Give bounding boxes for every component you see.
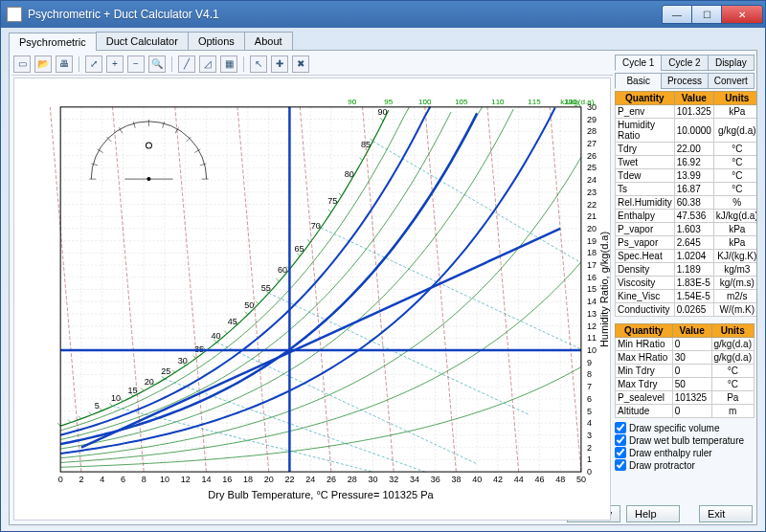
svg-text:65: 65 [294, 244, 304, 254]
main-tabs: PsychrometricDuct CalculatorOptionsAbout [9, 32, 757, 51]
table-row[interactable]: Enthalpy47.536kJ/kg(d.a) [616, 210, 758, 223]
tab-duct-calculator[interactable]: Duct Calculator [96, 32, 189, 50]
left-panel: ▭📂🖶⤢+−🔍╱◿▦↖✚✖ 02468101214161820222426283… [11, 53, 613, 522]
tab-options[interactable]: Options [188, 32, 245, 50]
table-row[interactable]: Spec.Heat1.0204KJ/(kg.K) [616, 250, 758, 263]
table-row[interactable]: Ts16.87°C [616, 183, 758, 196]
rtab-convert[interactable]: Convert [708, 73, 755, 89]
minimize-button[interactable]: — [662, 5, 692, 24]
check-draw-enthalpy-ruler[interactable]: Draw enthalpy ruler [615, 447, 755, 458]
svg-line-166 [360, 158, 363, 161]
table-row[interactable]: P_sealevel101325Pa [616, 391, 755, 405]
svg-text:40: 40 [472, 475, 482, 484]
chart-line-icon[interactable]: ╱ [178, 55, 195, 73]
check-draw-protractor[interactable]: Draw protractor [615, 459, 755, 471]
svg-text:44: 44 [514, 475, 524, 484]
rtab-process[interactable]: Process [661, 73, 708, 89]
help-button[interactable]: Help [626, 505, 680, 522]
check-draw-specific-volume[interactable]: Draw specific volume [615, 422, 755, 433]
table-row[interactable]: Tdry22.00°C [616, 143, 758, 156]
svg-text:40: 40 [211, 331, 220, 341]
rtab-display[interactable]: Display [708, 55, 755, 71]
rtab-cycle-2[interactable]: Cycle 2 [661, 55, 708, 71]
svg-text:45: 45 [228, 317, 237, 326]
table-row[interactable]: Altitude0m [616, 405, 755, 418]
zoom-sel-icon[interactable]: 🔍 [148, 55, 166, 73]
svg-text:18: 18 [587, 248, 597, 257]
svg-text:85: 85 [361, 140, 371, 149]
svg-line-141 [100, 408, 102, 410]
table-row[interactable]: P_env101.325kPa [616, 105, 758, 119]
svg-text:14: 14 [587, 297, 597, 306]
draw-options: Draw specific volumeDraw wet bulb temper… [615, 420, 755, 473]
table-row[interactable]: Min Tdry0°C [616, 365, 755, 378]
table-row[interactable]: Ps_vapor2.645kPa [616, 236, 758, 250]
table-row[interactable]: Max Tdry50°C [616, 378, 755, 391]
svg-text:50: 50 [576, 475, 586, 484]
maximize-button[interactable]: ☐ [691, 5, 722, 24]
svg-text:8: 8 [587, 369, 592, 379]
table-row[interactable]: Density1.189kg/m3 [616, 263, 758, 277]
svg-text:90: 90 [377, 107, 387, 117]
limits-table: QuantityValueUnitsMin HRatio0g/kg(d.a)Ma… [615, 323, 755, 418]
svg-line-145 [141, 388, 144, 390]
svg-line-202 [200, 164, 207, 166]
tab-psychrometric[interactable]: Psychrometric [9, 33, 97, 51]
cursor-icon[interactable]: ↖ [250, 55, 267, 73]
svg-line-150 [193, 355, 196, 358]
svg-text:25: 25 [161, 366, 170, 376]
table-row[interactable]: Humidity Ratio10.0000g/kg(d.a) [616, 119, 758, 143]
svg-line-160 [297, 254, 300, 256]
zoom-out-icon[interactable]: − [127, 55, 145, 73]
toolbar: ▭📂🖶⤢+−🔍╱◿▦↖✚✖ [11, 53, 613, 76]
window-buttons: — ☐ ✕ [663, 5, 763, 24]
table-row[interactable]: Min HRatio0g/kg(d.a) [616, 338, 755, 351]
svg-text:28: 28 [587, 126, 597, 136]
svg-line-148 [172, 369, 175, 372]
close-button[interactable]: ✕ [721, 5, 763, 24]
exit-button[interactable]: Exit [699, 505, 753, 522]
svg-text:16: 16 [587, 273, 597, 282]
svg-line-140 [89, 412, 92, 415]
new-icon[interactable]: ▭ [13, 55, 31, 73]
table-row[interactable]: P_vapor1.603kPa [616, 223, 758, 236]
zoom-in-icon[interactable]: + [106, 55, 124, 73]
table-row[interactable]: Rel.Humidity60.38% [616, 196, 758, 210]
grid-icon[interactable]: ▦ [220, 55, 237, 73]
svg-text:3: 3 [587, 431, 592, 440]
svg-text:20: 20 [145, 377, 154, 387]
svg-text:29: 29 [587, 115, 597, 124]
titlebar: Psychrometric + Duct Calculator V4.1 — ☐… [1, 1, 765, 28]
tab-about[interactable]: About [244, 32, 293, 50]
clear-icon[interactable]: ✖ [292, 55, 309, 73]
svg-text:5: 5 [587, 407, 592, 416]
svg-line-168 [380, 118, 383, 121]
chart-poly-icon[interactable]: ◿ [199, 55, 216, 73]
svg-text:60: 60 [278, 265, 287, 275]
footer-buttons: RedrawHelpExit [615, 501, 755, 522]
table-row[interactable]: Max HRatio30g/kg(d.a) [616, 351, 755, 365]
svg-text:Humidity Ratio, g/kg(d.a): Humidity Ratio, g/kg(d.a) [598, 232, 610, 347]
open-icon[interactable]: 📂 [34, 55, 52, 73]
rtab-cycle-1[interactable]: Cycle 1 [615, 55, 662, 71]
table-row[interactable]: Conductivity0.0265W/(m.K) [616, 303, 758, 317]
table-row[interactable]: Viscosity1.83E-5kg/(m.s) [616, 277, 758, 290]
svg-text:4: 4 [100, 475, 104, 484]
svg-line-147 [162, 376, 165, 379]
svg-text:15: 15 [127, 386, 137, 395]
point-icon[interactable]: ✚ [271, 55, 288, 73]
svg-text:10: 10 [111, 393, 121, 403]
table-row[interactable]: Kine_Visc1.54E-5m2/s [616, 290, 758, 303]
svg-text:16: 16 [222, 475, 232, 484]
check-draw-wet-bulb-temperature[interactable]: Draw wet bulb temperature [615, 434, 755, 446]
svg-text:12: 12 [181, 475, 191, 484]
table-row[interactable]: Tdew13.99°C [616, 169, 758, 183]
psychrometric-chart[interactable]: 0246810121416182022242628303234363840424… [13, 78, 611, 521]
svg-line-196 [133, 122, 135, 128]
zoom-fit-icon[interactable]: ⤢ [85, 55, 102, 73]
svg-line-198 [163, 122, 165, 128]
print-icon[interactable]: 🖶 [56, 55, 73, 73]
table-row[interactable]: Twet16.92°C [616, 156, 758, 169]
svg-text:115: 115 [528, 98, 541, 106]
rtab-basic[interactable]: Basic [615, 73, 662, 89]
